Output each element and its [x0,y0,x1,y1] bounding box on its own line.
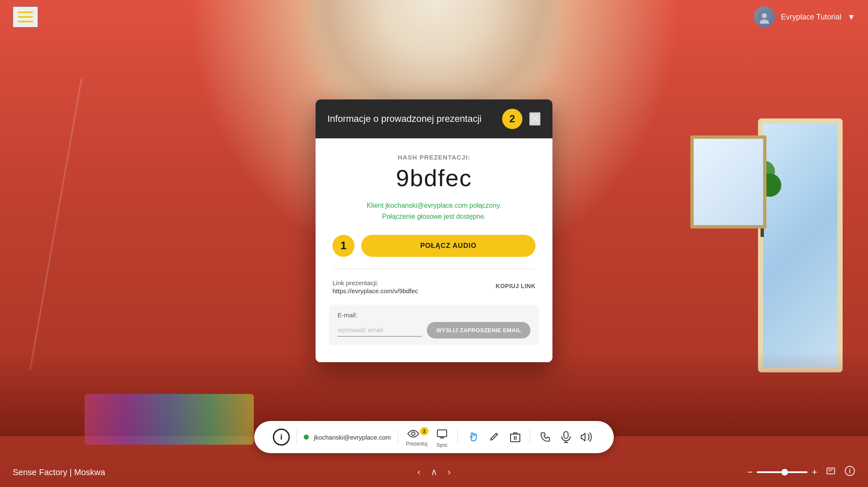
toolbar-section-communication [530,429,602,446]
microphone-icon [561,431,571,443]
bottom-info-icon [844,465,855,476]
copy-link-button[interactable]: KOPIUJ LINK [496,281,536,291]
link-row: Link prezentacji: https://evryplace.com/… [332,279,536,294]
step-badge-1: 1 [332,235,354,257]
svg-rect-6 [564,432,568,438]
email-label: E-mail: [338,311,530,319]
email-row: WYŚLIJ ZAPROSZENIE EMAIL [338,322,530,338]
tour-dropdown-button[interactable]: ▾ [847,10,855,24]
divider [332,269,536,269]
connection-status-line1: Klient jkochanski@evryplace.com połączon… [332,200,536,211]
eye-icon [407,430,419,437]
modal-title: Informacje o prowadzonej prezentacji [327,113,481,124]
svg-rect-5 [511,434,520,442]
arrow-right-button[interactable]: › [446,465,452,479]
hand-button[interactable] [464,429,481,446]
sync-button[interactable] [434,426,450,441]
link-url: https://evryplace.com/v/9bdfec [332,287,496,294]
hamburger-line-3 [18,21,33,22]
volume-button[interactable] [578,429,595,445]
status-title: Sense Factory | Moskwa [13,468,105,477]
send-email-button[interactable]: WYŚLIJ ZAPROSZENIE EMAIL [427,322,530,338]
audio-row: 1 POŁĄCZ AUDIO [332,235,536,257]
zoom-control: − + [747,467,817,478]
present-count-badge: 2 [420,427,429,435]
present-label: Prezentuj [406,441,428,447]
toolbar-section-present: 2 Prezentuj Sync [398,426,457,448]
status-right: − + [747,465,855,479]
phone-button[interactable] [537,429,554,446]
hash-value: 9bdfec [332,164,536,192]
modal-header: Informacje o prowadzonej prezentacji 2 ✕ [316,99,552,138]
email-section: E-mail: WYŚLIJ ZAPROSZENIE EMAIL [329,305,539,345]
link-section: Link prezentacji: https://evryplace.com/… [332,279,536,294]
pencil-button[interactable] [486,429,503,445]
toolbar-section-tools [458,429,530,446]
present-group: 2 Prezentuj [405,427,429,447]
bottom-toolbar: i jkochanski@evryplace.com 2 Prezentuj [254,421,614,453]
svg-rect-4 [437,430,447,437]
zoom-slider[interactable] [757,471,808,473]
sync-group: Sync [434,426,450,448]
modal-body: HASH PREZENTACJI: 9bdfec Klient jkochans… [316,138,552,362]
bottom-info-button[interactable] [844,465,855,479]
step-badge-2: 2 [502,109,522,129]
svg-point-3 [412,432,415,435]
microphone-button[interactable] [559,429,573,446]
zoom-minus-button[interactable]: − [747,467,753,478]
pencil-icon [489,432,500,443]
trash-icon [510,432,520,443]
window [690,135,766,228]
textile [85,394,254,445]
top-nav-right: Evryplace Tutorial ▾ [754,6,855,28]
wall-line [29,78,82,370]
navigation-arrows: ‹ ∧ › [416,465,453,479]
info-button[interactable]: i [273,429,290,446]
top-navigation: Evryplace Tutorial ▾ [0,0,868,34]
tour-avatar [754,6,775,28]
present-icons-row: 2 [405,427,429,440]
phone-icon [539,431,551,443]
link-left: Link prezentacji: https://evryplace.com/… [332,279,496,294]
tour-name-label: Evryplace Tutorial [781,13,841,22]
eye-button[interactable] [405,427,422,440]
user-online-dot [304,435,309,440]
user-email-label: jkochanski@evryplace.com [314,434,391,441]
info-icon: i [280,433,283,442]
toolbar-section-user: jkochanski@evryplace.com [297,434,398,441]
connection-status: Klient jkochanski@evryplace.com połączon… [332,200,536,222]
sync-label: Sync [437,442,448,448]
volume-icon [581,432,593,442]
arrow-up-button[interactable]: ∧ [429,465,439,479]
mirror [758,118,843,372]
link-label: Link prezentacji: [332,279,496,286]
presentation-info-modal: Informacje o prowadzonej prezentacji 2 ✕… [316,99,552,362]
modal-close-button[interactable]: ✕ [529,112,541,126]
fullscreen-icon [826,466,836,476]
hamburger-line-2 [18,16,33,18]
connect-audio-button[interactable]: POŁĄCZ AUDIO [361,235,536,257]
hand-icon [467,431,479,443]
zoom-plus-button[interactable]: + [812,467,817,478]
hamburger-line-1 [18,11,33,13]
arrow-left-button[interactable]: ‹ [416,465,422,479]
connection-status-line2: Połączenie głosowe jest dostępne. [332,211,536,222]
hash-label: HASH PREZENTACJI: [332,154,536,161]
zoom-slider-thumb [781,469,788,476]
trash-button[interactable] [508,429,523,445]
email-input[interactable] [338,324,422,337]
hamburger-button[interactable] [13,6,38,28]
fullscreen-button[interactable] [826,466,836,479]
toolbar-section-info: i [266,429,297,446]
modal-header-right: 2 ✕ [502,109,541,129]
sync-icon [436,429,448,439]
bottom-status-bar: Sense Factory | Moskwa ‹ ∧ › − + [0,457,868,487]
svg-point-1 [762,13,767,18]
